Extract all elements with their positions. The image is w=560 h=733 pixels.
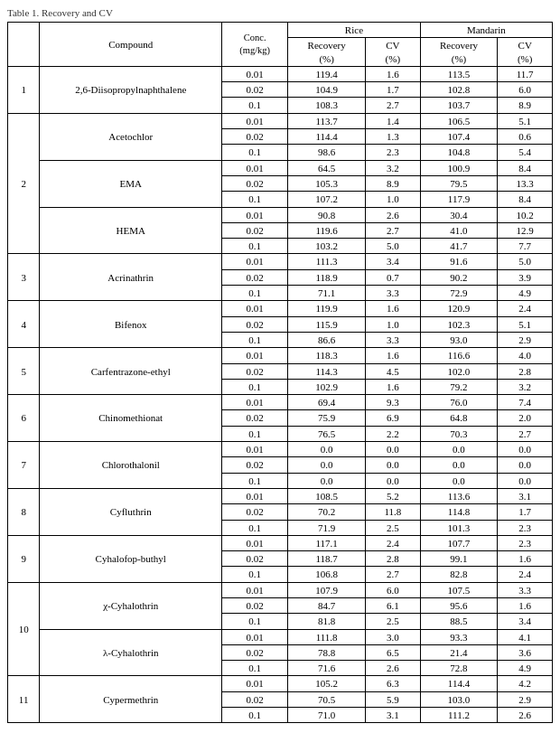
compound-name: HEMA <box>40 207 222 254</box>
row-num: 2 <box>8 113 40 254</box>
th-num <box>8 23 40 67</box>
table-row: 7 Chlorothalonil 0.01 0.0 0.0 0.0 0.0 <box>8 442 553 457</box>
table-row: 4 Bifenox 0.01 119.9 1.6 120.9 2.4 <box>8 301 553 316</box>
man-rec-cell: 90.2 <box>420 269 498 285</box>
man-rec-cell: 102.3 <box>420 316 498 332</box>
rice-cv-cell: 6.3 <box>366 676 421 691</box>
row-num: 7 <box>8 442 40 489</box>
rice-rec-cell: 105.2 <box>288 676 366 691</box>
rice-cv-cell: 11.8 <box>366 504 421 520</box>
rice-rec-cell: 75.9 <box>288 410 366 426</box>
rice-cv-cell: 1.6 <box>366 348 421 363</box>
caption: Table 1. Recovery and CV <box>7 7 553 18</box>
man-rec-cell: 0.0 <box>420 442 498 457</box>
row-num: 9 <box>8 535 40 582</box>
rice-rec-cell: 117.1 <box>288 535 366 550</box>
th-rice-cv: CV(%) <box>366 38 421 67</box>
man-rec-cell: 107.7 <box>420 535 498 550</box>
man-cv-cell: 5.4 <box>498 145 553 160</box>
rice-cv-cell: 3.3 <box>366 286 421 301</box>
rice-cv-cell: 5.2 <box>366 488 421 503</box>
conc-cell: 0.1 <box>222 426 288 441</box>
man-cv-cell: 2.7 <box>498 426 553 441</box>
man-rec-cell: 70.3 <box>420 426 498 441</box>
rice-cv-cell: 3.0 <box>366 629 421 644</box>
rice-cv-cell: 1.3 <box>366 129 421 145</box>
compound-name: Cypermethrin <box>40 676 222 723</box>
man-cv-cell: 2.9 <box>498 332 553 347</box>
rice-cv-cell: 2.7 <box>366 567 421 582</box>
man-rec-cell: 106.5 <box>420 113 498 128</box>
th-compound: Compound <box>40 23 222 67</box>
man-cv-cell: 7.4 <box>498 395 553 410</box>
man-rec-cell: 21.4 <box>420 644 498 660</box>
rice-rec-cell: 107.2 <box>288 192 366 207</box>
rice-cv-cell: 6.0 <box>366 582 421 597</box>
conc-cell: 0.1 <box>222 473 288 488</box>
man-cv-cell: 2.8 <box>498 363 553 379</box>
conc-cell: 0.1 <box>222 332 288 347</box>
rice-rec-cell: 108.5 <box>288 488 366 503</box>
man-rec-cell: 88.5 <box>420 614 498 629</box>
man-rec-cell: 113.6 <box>420 488 498 503</box>
rice-rec-cell: 71.1 <box>288 286 366 301</box>
conc-cell: 0.1 <box>222 708 288 723</box>
man-rec-cell: 93.0 <box>420 332 498 347</box>
rice-rec-cell: 114.4 <box>288 129 366 145</box>
row-num: 6 <box>8 395 40 442</box>
conc-cell: 0.1 <box>222 286 288 301</box>
man-cv-cell: 6.0 <box>498 82 553 98</box>
rice-cv-cell: 1.7 <box>366 82 421 98</box>
conc-cell: 0.02 <box>222 175 288 191</box>
conc-cell: 0.02 <box>222 222 288 238</box>
rice-cv-cell: 2.8 <box>366 551 421 567</box>
man-rec-cell: 79.5 <box>420 175 498 191</box>
man-rec-cell: 76.0 <box>420 395 498 410</box>
man-rec-cell: 102.8 <box>420 82 498 98</box>
rice-rec-cell: 70.2 <box>288 504 366 520</box>
man-cv-cell: 5.0 <box>498 254 553 269</box>
rice-cv-cell: 2.7 <box>366 98 421 113</box>
rice-rec-cell: 111.3 <box>288 254 366 269</box>
man-cv-cell: 1.6 <box>498 597 553 613</box>
man-rec-cell: 100.9 <box>420 160 498 175</box>
table-row: 1 2,6-Diisopropylnaphthalene 0.01 119.4 … <box>8 66 553 81</box>
man-cv-cell: 0.6 <box>498 129 553 145</box>
rice-cv-cell: 2.6 <box>366 207 421 222</box>
rice-rec-cell: 98.6 <box>288 145 366 160</box>
rice-rec-cell: 78.8 <box>288 644 366 660</box>
rice-cv-cell: 5.9 <box>366 691 421 707</box>
man-cv-cell: 3.2 <box>498 379 553 394</box>
man-cv-cell: 3.1 <box>498 488 553 503</box>
man-rec-cell: 99.1 <box>420 551 498 567</box>
conc-cell: 0.01 <box>222 535 288 550</box>
conc-cell: 0.01 <box>222 113 288 128</box>
man-rec-cell: 120.9 <box>420 301 498 316</box>
conc-cell: 0.01 <box>222 395 288 410</box>
man-rec-cell: 107.4 <box>420 129 498 145</box>
conc-cell: 0.1 <box>222 98 288 113</box>
rice-rec-cell: 119.9 <box>288 301 366 316</box>
rice-rec-cell: 113.7 <box>288 113 366 128</box>
conc-cell: 0.1 <box>222 192 288 207</box>
rice-cv-cell: 6.1 <box>366 597 421 613</box>
rice-rec-cell: 0.0 <box>288 473 366 488</box>
rice-rec-cell: 76.5 <box>288 426 366 441</box>
conc-cell: 0.1 <box>222 567 288 582</box>
row-num: 11 <box>8 676 40 723</box>
man-cv-cell: 2.3 <box>498 535 553 550</box>
rice-rec-cell: 102.9 <box>288 379 366 394</box>
rice-rec-cell: 108.3 <box>288 98 366 113</box>
man-rec-cell: 103.0 <box>420 691 498 707</box>
rice-cv-cell: 3.2 <box>366 160 421 175</box>
conc-cell: 0.02 <box>222 597 288 613</box>
man-cv-cell: 12.9 <box>498 222 553 238</box>
rice-rec-cell: 106.8 <box>288 567 366 582</box>
man-rec-cell: 95.6 <box>420 597 498 613</box>
man-rec-cell: 107.5 <box>420 582 498 597</box>
rice-rec-cell: 86.6 <box>288 332 366 347</box>
compound-name: Bifenox <box>40 301 222 348</box>
man-rec-cell: 91.6 <box>420 254 498 269</box>
rice-cv-cell: 8.9 <box>366 175 421 191</box>
man-cv-cell: 2.4 <box>498 301 553 316</box>
